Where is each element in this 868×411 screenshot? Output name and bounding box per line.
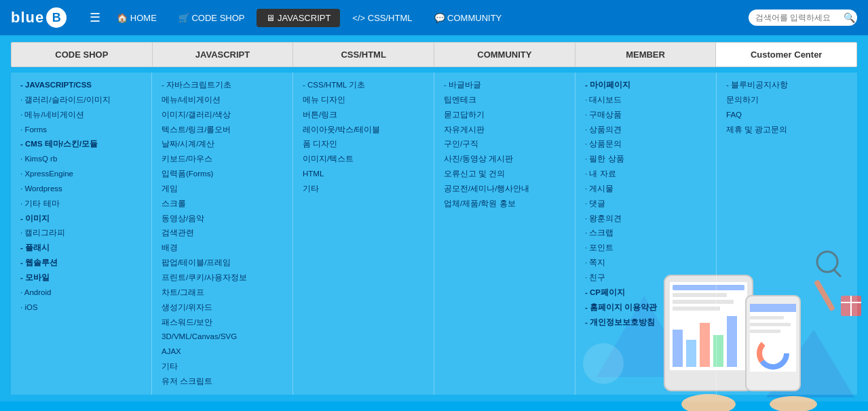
- item-mem-mypage[interactable]: 마이페이지: [584, 78, 708, 93]
- item-ios[interactable]: iOS: [19, 300, 143, 315]
- item-js-search[interactable]: 검색관련: [160, 226, 284, 241]
- item-js-css[interactable]: JAVASCRIPT/CSS: [19, 78, 143, 93]
- item-comm-event[interactable]: 공모전/세미나/행사안내: [442, 182, 567, 197]
- item-js-text[interactable]: 텍스트/링크/롤오버: [160, 123, 284, 138]
- item-flash[interactable]: 플래시: [19, 241, 143, 256]
- item-comm-photo[interactable]: 사진/동영상 게시판: [442, 152, 567, 167]
- item-comm-tip[interactable]: 팁엔테크: [442, 93, 567, 108]
- item-css-basic[interactable]: CSS/HTML 기초: [301, 78, 426, 93]
- item-mem-vote[interactable]: 왕훈의견: [584, 212, 708, 227]
- nav-csshtml[interactable]: </> CSS/HTML: [343, 9, 421, 27]
- col-css-html: CSS/HTML 기초 메뉴 디자인 버튼/링크 레이아웃/박스/테이블 폼 디…: [293, 73, 434, 395]
- item-image[interactable]: 이미지: [19, 212, 143, 227]
- item-mem-privacy[interactable]: 개인정보보호방침: [584, 315, 708, 330]
- item-android[interactable]: Android: [19, 286, 143, 300]
- navbar: blue B ☰ 🏠 HOME 🛒 CODE SHOP 🖥 JAVASCRIPT…: [0, 0, 868, 35]
- nav-community[interactable]: 💬 COMMUNITY: [425, 9, 512, 27]
- item-comm-free[interactable]: 자유게시판: [442, 123, 567, 138]
- item-js-forms[interactable]: 입력폼(Forms): [160, 167, 284, 182]
- logo[interactable]: blue B: [11, 7, 67, 28]
- item-js-game[interactable]: 게임: [160, 182, 284, 197]
- item-mem-comment[interactable]: 댓글: [584, 197, 708, 212]
- item-js-print[interactable]: 프린트/쿠키/사용자정보: [160, 271, 284, 286]
- item-js-menu[interactable]: 메뉴/네비게이션: [160, 93, 284, 108]
- item-gallery[interactable]: 갤러리/슬라이드/이미지: [19, 93, 143, 108]
- search-box[interactable]: 🔍: [749, 9, 857, 26]
- item-css-image[interactable]: 이미지/텍스트: [301, 152, 426, 167]
- category-javascript[interactable]: JAVASCRIPT: [153, 43, 294, 66]
- item-js-popup[interactable]: 팝업/테이블/프레임: [160, 256, 284, 271]
- category-customer[interactable]: Customer Center: [716, 43, 856, 66]
- item-mem-cp[interactable]: CP페이지: [584, 286, 708, 300]
- item-mem-point[interactable]: 포인트: [584, 241, 708, 256]
- nav-links: 🏠 HOME 🛒 CODE SHOP 🖥 JAVASCRIPT </> CSS/…: [107, 9, 749, 27]
- nav-home[interactable]: 🏠 HOME: [107, 9, 166, 27]
- item-js-chart[interactable]: 차트/그래프: [160, 286, 284, 300]
- item-js-scroll[interactable]: 스크롤: [160, 197, 284, 212]
- item-js-date[interactable]: 날짜/시계/계산: [160, 137, 284, 152]
- item-mobile[interactable]: 모바일: [19, 271, 143, 286]
- search-icon[interactable]: 🔍: [844, 12, 855, 23]
- nav-codeshop[interactable]: 🛒 CODE SHOP: [169, 9, 254, 27]
- item-kimsq[interactable]: KimsQ rb: [19, 152, 143, 167]
- item-websolution[interactable]: 웹솔루션: [19, 256, 143, 271]
- item-js-bg[interactable]: 배경: [160, 241, 284, 256]
- nav-javascript[interactable]: 🖥 JAVASCRIPT: [257, 9, 340, 27]
- item-forms[interactable]: Forms: [19, 123, 143, 138]
- item-mem-scrap[interactable]: 스크랩: [584, 226, 708, 241]
- item-js-basic[interactable]: 자바스크립트기초: [160, 78, 284, 93]
- item-cust-ad[interactable]: 제휴 및 광고문의: [725, 123, 849, 138]
- item-wordpress[interactable]: Wordpress: [19, 182, 143, 197]
- category-member[interactable]: MEMBER: [575, 43, 717, 66]
- item-js-password[interactable]: 패스워드/보안: [160, 315, 284, 330]
- item-js-ajax[interactable]: AJAX: [160, 345, 284, 359]
- item-cms[interactable]: CMS 테마/스킨/모듈: [19, 137, 143, 152]
- item-css-layout[interactable]: 레이아웃/박스/테이블: [301, 123, 426, 138]
- item-js-other[interactable]: 기타: [160, 359, 284, 374]
- item-comm-job[interactable]: 구인/구직: [442, 137, 567, 152]
- item-cust-notice[interactable]: 블루비공지사항: [725, 78, 849, 93]
- item-js-generator[interactable]: 생성기/위자드: [160, 300, 284, 315]
- item-mem-opinion[interactable]: 상품의견: [584, 123, 708, 138]
- item-css-form[interactable]: 폼 디자인: [301, 137, 426, 152]
- category-css-html[interactable]: CSS/HTML: [293, 43, 434, 66]
- item-other-theme[interactable]: 기타 테마: [19, 197, 143, 212]
- col-member: 마이페이지 대시보드 구매상품 상품의견 상품문의 필한 상품 내 자료 게시물…: [575, 73, 716, 395]
- col-customer: 블루비공지사항 문의하기 FAQ 제휴 및 광고문의: [716, 73, 857, 395]
- item-js-image[interactable]: 이미지/갤러리/색상: [160, 108, 284, 123]
- item-mem-dashboard[interactable]: 대시보드: [584, 93, 708, 108]
- mega-menu-wrapper: CODE SHOP JAVASCRIPT CSS/HTML COMMUNITY …: [0, 35, 868, 402]
- item-css-menu[interactable]: 메뉴 디자인: [301, 93, 426, 108]
- item-mem-terms[interactable]: 홈페이지 이용약관: [584, 300, 708, 315]
- item-comm-bug[interactable]: 오류신고 및 건의: [442, 167, 567, 182]
- item-js-userscript[interactable]: 유저 스크립트: [160, 374, 284, 389]
- item-menu-nav[interactable]: 메뉴/네비게이션: [19, 108, 143, 123]
- search-input[interactable]: [755, 13, 844, 22]
- item-mem-inquiry[interactable]: 상품문의: [584, 137, 708, 152]
- item-mem-post[interactable]: 게시물: [584, 182, 708, 197]
- item-js-keyboard[interactable]: 키보드/마우스: [160, 152, 284, 167]
- item-mem-purchase[interactable]: 구매상품: [584, 108, 708, 123]
- item-mem-favorite[interactable]: 필한 상품: [584, 152, 708, 167]
- item-mem-mydata[interactable]: 내 자료: [584, 167, 708, 182]
- item-css-other[interactable]: 기타: [301, 182, 426, 197]
- item-css-html[interactable]: HTML: [301, 167, 426, 182]
- item-calligraphy[interactable]: 캘리그라피: [19, 226, 143, 241]
- item-comm-ad[interactable]: 업체/제품/학원 홍보: [442, 197, 567, 212]
- category-code-shop[interactable]: CODE SHOP: [12, 43, 153, 66]
- item-cust-faq[interactable]: FAQ: [725, 108, 849, 123]
- item-comm-qa[interactable]: 묻고답하기: [442, 108, 567, 123]
- item-js-media[interactable]: 동영상/음악: [160, 212, 284, 227]
- item-comm-bagle[interactable]: 바글바글: [442, 78, 567, 93]
- category-bar: CODE SHOP JAVASCRIPT CSS/HTML COMMUNITY …: [11, 42, 857, 67]
- item-mem-note[interactable]: 쪽지: [584, 256, 708, 271]
- item-css-btn[interactable]: 버튼/링크: [301, 108, 426, 123]
- col-community: 바글바글 팁엔테크 묻고답하기 자유게시판 구인/구직 사진/동영상 게시판 오…: [434, 73, 575, 395]
- item-js-3d[interactable]: 3D/VML/Canvas/SVG: [160, 330, 284, 345]
- category-community[interactable]: COMMUNITY: [434, 43, 575, 66]
- item-xpress[interactable]: XpressEngine: [19, 167, 143, 182]
- hamburger-icon[interactable]: ☰: [83, 6, 107, 29]
- logo-text: blue: [11, 9, 44, 26]
- item-cust-inquiry[interactable]: 문의하기: [725, 93, 849, 108]
- item-mem-friend[interactable]: 친구: [584, 271, 708, 286]
